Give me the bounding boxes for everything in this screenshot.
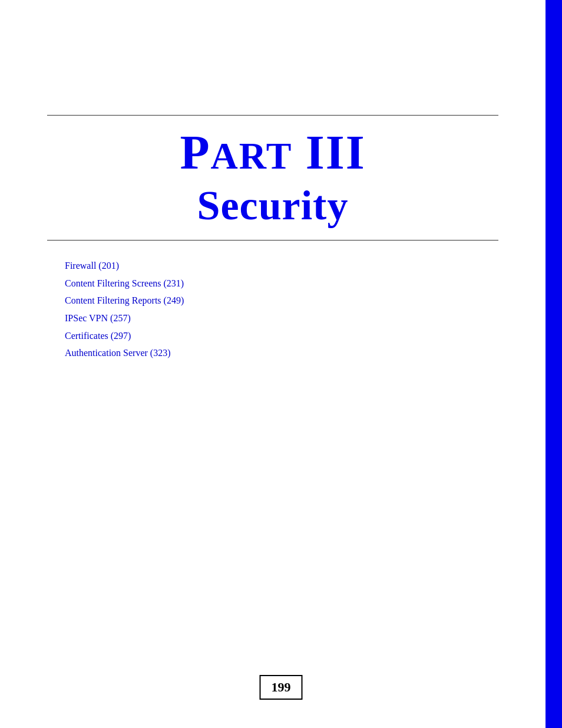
section-title: Security	[47, 182, 498, 229]
toc-item-content-filtering-screens[interactable]: Content Filtering Screens (231)	[65, 275, 498, 292]
right-sidebar	[546, 0, 562, 728]
page-number: 199	[272, 680, 291, 694]
toc-section: Firewall (201) Content Filtering Screens…	[47, 257, 498, 362]
part-art-letters: ART	[210, 135, 292, 177]
toc-item-ipsec-vpn[interactable]: IPSec VPN (257)	[65, 309, 498, 327]
page-container: PART III Security Firewall (201) Content…	[0, 0, 562, 728]
bottom-rule	[47, 240, 498, 241]
toc-item-certificates[interactable]: Certificates (297)	[65, 327, 498, 345]
part-title: PART III	[47, 126, 498, 179]
part-numeral: III	[306, 126, 366, 179]
main-content: PART III Security Firewall (201) Content…	[0, 0, 546, 728]
toc-item-authentication-server[interactable]: Authentication Server (323)	[65, 344, 498, 362]
page-number-container: 199	[260, 675, 303, 700]
toc-item-content-filtering-reports[interactable]: Content Filtering Reports (249)	[65, 292, 498, 309]
header-section: PART III Security	[47, 115, 498, 240]
part-p-letter: P	[180, 126, 210, 179]
toc-item-firewall[interactable]: Firewall (201)	[65, 257, 498, 275]
